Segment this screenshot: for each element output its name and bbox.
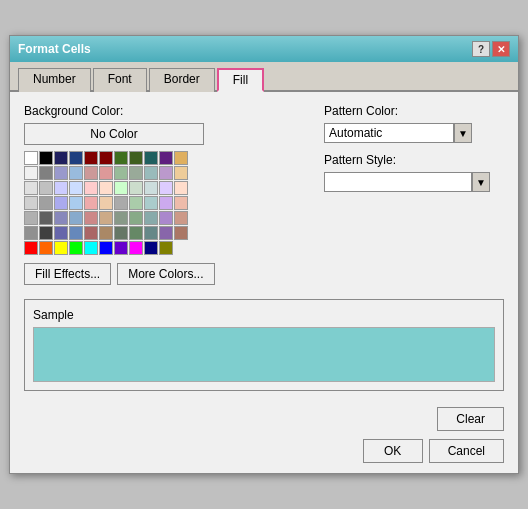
color-cell[interactable] xyxy=(174,151,188,165)
color-cell[interactable] xyxy=(69,226,83,240)
color-cell[interactable] xyxy=(69,241,83,255)
color-cell[interactable] xyxy=(69,181,83,195)
clear-button[interactable]: Clear xyxy=(437,407,504,431)
color-cell[interactable] xyxy=(84,196,98,210)
clear-area: Clear xyxy=(10,403,518,435)
color-cell[interactable] xyxy=(54,166,68,180)
color-cell[interactable] xyxy=(99,166,113,180)
color-cell[interactable] xyxy=(174,181,188,195)
tab-bar: Number Font Border Fill xyxy=(10,62,518,92)
color-cell[interactable] xyxy=(54,226,68,240)
color-cell[interactable] xyxy=(99,226,113,240)
color-cell[interactable] xyxy=(114,181,128,195)
color-cell[interactable] xyxy=(129,151,143,165)
color-cell[interactable] xyxy=(69,196,83,210)
color-cell[interactable] xyxy=(129,196,143,210)
color-cell[interactable] xyxy=(99,211,113,225)
color-cell[interactable] xyxy=(159,211,173,225)
color-cell[interactable] xyxy=(114,226,128,240)
color-cell[interactable] xyxy=(39,211,53,225)
color-cell[interactable] xyxy=(84,211,98,225)
color-cell[interactable] xyxy=(114,196,128,210)
color-cell[interactable] xyxy=(159,181,173,195)
color-cell[interactable] xyxy=(99,181,113,195)
color-cell[interactable] xyxy=(144,241,158,255)
tab-border[interactable]: Border xyxy=(149,68,215,92)
color-cell[interactable] xyxy=(24,211,38,225)
color-cell[interactable] xyxy=(39,181,53,195)
pattern-style-dropdown[interactable] xyxy=(324,172,472,192)
color-cell[interactable] xyxy=(99,151,113,165)
color-cell[interactable] xyxy=(174,226,188,240)
cancel-button[interactable]: Cancel xyxy=(429,439,504,463)
help-button[interactable]: ? xyxy=(472,41,490,57)
format-cells-dialog: Format Cells ? ✕ Number Font Border Fill… xyxy=(9,35,519,474)
color-cell[interactable] xyxy=(24,226,38,240)
color-cell[interactable] xyxy=(54,196,68,210)
color-row xyxy=(24,241,304,255)
color-cell[interactable] xyxy=(174,166,188,180)
color-cell[interactable] xyxy=(69,211,83,225)
color-cell[interactable] xyxy=(114,211,128,225)
color-cell[interactable] xyxy=(39,241,53,255)
pattern-style-arrow[interactable]: ▼ xyxy=(472,172,490,192)
tab-font[interactable]: Font xyxy=(93,68,147,92)
color-cell[interactable] xyxy=(24,181,38,195)
color-cell[interactable] xyxy=(39,226,53,240)
color-cell[interactable] xyxy=(144,166,158,180)
pattern-style-label: Pattern Style: xyxy=(324,153,504,167)
color-cell[interactable] xyxy=(114,151,128,165)
color-cell[interactable] xyxy=(99,196,113,210)
color-cell[interactable] xyxy=(54,151,68,165)
color-cell[interactable] xyxy=(84,241,98,255)
color-cell[interactable] xyxy=(144,151,158,165)
color-cell[interactable] xyxy=(174,196,188,210)
color-cell[interactable] xyxy=(129,226,143,240)
color-cell[interactable] xyxy=(144,181,158,195)
color-cell[interactable] xyxy=(84,226,98,240)
color-cell[interactable] xyxy=(54,211,68,225)
color-cell[interactable] xyxy=(69,151,83,165)
color-cell[interactable] xyxy=(84,181,98,195)
pattern-color-arrow[interactable]: ▼ xyxy=(454,123,472,143)
color-cell[interactable] xyxy=(144,211,158,225)
color-cell[interactable] xyxy=(24,151,38,165)
color-cell[interactable] xyxy=(24,241,38,255)
color-cell[interactable] xyxy=(159,151,173,165)
color-cell[interactable] xyxy=(144,196,158,210)
color-cell[interactable] xyxy=(69,166,83,180)
color-cell[interactable] xyxy=(39,196,53,210)
color-cell[interactable] xyxy=(159,241,173,255)
color-cell[interactable] xyxy=(159,166,173,180)
color-cell[interactable] xyxy=(39,151,53,165)
color-cell[interactable] xyxy=(54,241,68,255)
color-cell[interactable] xyxy=(39,166,53,180)
more-colors-button[interactable]: More Colors... xyxy=(117,263,214,285)
color-cell[interactable] xyxy=(129,181,143,195)
color-cell[interactable] xyxy=(114,241,128,255)
tab-fill[interactable]: Fill xyxy=(217,68,264,92)
color-cell[interactable] xyxy=(114,166,128,180)
main-columns: Background Color: No Color Fill Effects.… xyxy=(24,104,504,285)
color-cell[interactable] xyxy=(24,166,38,180)
color-cell[interactable] xyxy=(129,211,143,225)
tab-number[interactable]: Number xyxy=(18,68,91,92)
no-color-button[interactable]: No Color xyxy=(24,123,204,145)
color-cell[interactable] xyxy=(174,211,188,225)
color-cell[interactable] xyxy=(99,241,113,255)
color-cell[interactable] xyxy=(54,181,68,195)
color-cell[interactable] xyxy=(129,166,143,180)
fill-effects-button[interactable]: Fill Effects... xyxy=(24,263,111,285)
color-cell[interactable] xyxy=(129,241,143,255)
color-cell[interactable] xyxy=(159,196,173,210)
color-row xyxy=(24,226,304,240)
color-cell[interactable] xyxy=(24,196,38,210)
close-button[interactable]: ✕ xyxy=(492,41,510,57)
bg-color-label: Background Color: xyxy=(24,104,304,118)
color-cell[interactable] xyxy=(84,166,98,180)
color-cell[interactable] xyxy=(84,151,98,165)
ok-button[interactable]: OK xyxy=(363,439,423,463)
color-cell[interactable] xyxy=(159,226,173,240)
color-cell[interactable] xyxy=(144,226,158,240)
pattern-color-dropdown[interactable]: Automatic xyxy=(324,123,454,143)
